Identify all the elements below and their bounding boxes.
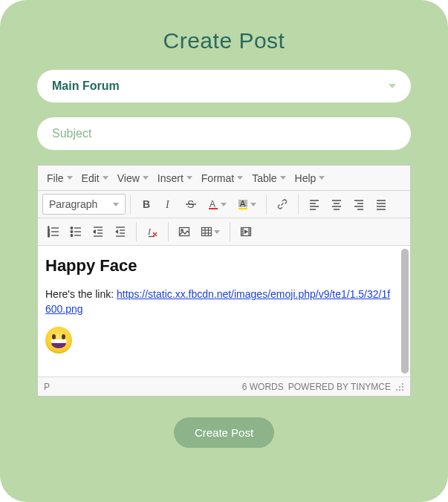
svg-marker-68: [245, 230, 248, 233]
menu-table-label: Table: [252, 172, 276, 184]
svg-point-53: [181, 229, 183, 231]
clear-formatting-button[interactable]: I: [141, 221, 163, 242]
page-title: Create Post: [37, 28, 411, 53]
editor-toolbar-row-2: 123 I: [38, 218, 410, 246]
svg-text:I: I: [165, 199, 170, 210]
menu-insert[interactable]: Insert: [153, 169, 197, 187]
editor-content[interactable]: Happy Face Here's the link: https://stat…: [38, 246, 400, 376]
block-format-value: Paragraph: [49, 198, 97, 210]
body-heading: Happy Face: [45, 256, 392, 276]
svg-text:A: A: [210, 199, 215, 209]
menu-view-label: View: [117, 172, 140, 184]
svg-point-74: [402, 389, 403, 391]
strikethrough-button[interactable]: S: [180, 194, 202, 215]
bold-button[interactable]: B: [135, 194, 158, 215]
chevron-down-icon: [237, 176, 243, 180]
create-post-card: Create Post Main Forum File Edit View In…: [0, 0, 448, 502]
svg-point-73: [399, 389, 400, 391]
forum-select[interactable]: Main Forum: [37, 70, 411, 102]
editor-menubar: File Edit View Insert Format Table Help: [38, 166, 410, 191]
align-center-button[interactable]: [325, 194, 348, 215]
toolbar-separator: [298, 195, 299, 214]
menu-help-label: Help: [295, 172, 316, 184]
toolbar-separator: [136, 222, 137, 241]
align-justify-button[interactable]: [370, 194, 392, 215]
svg-point-31: [71, 227, 73, 229]
unordered-list-button[interactable]: [65, 221, 87, 242]
body-emoji-line: [45, 327, 392, 358]
svg-point-32: [71, 231, 73, 233]
resize-handle-icon[interactable]: [395, 382, 404, 391]
toolbar-separator: [230, 222, 230, 241]
media-button[interactable]: [235, 221, 257, 242]
svg-text:I: I: [147, 226, 152, 237]
create-post-button[interactable]: Create Post: [174, 417, 274, 448]
indent-button[interactable]: [109, 221, 132, 242]
editor-statusbar: P 6 WORDS POWERED BY TINYMCE: [38, 376, 410, 396]
toolbar-separator: [168, 222, 169, 241]
chevron-down-icon: [319, 176, 325, 180]
svg-marker-47: [115, 229, 118, 234]
chevron-down-icon: [186, 176, 192, 180]
menu-file[interactable]: File: [42, 169, 77, 187]
block-format-select[interactable]: Paragraph: [42, 194, 126, 215]
svg-point-33: [71, 235, 73, 237]
menu-format[interactable]: Format: [197, 169, 247, 187]
rich-text-editor: File Edit View Insert Format Table Help …: [37, 165, 411, 397]
link-button[interactable]: [271, 194, 293, 215]
chevron-down-icon: [250, 203, 256, 206]
status-powered-by: POWERED BY TINYMCE: [288, 382, 391, 392]
chevron-down-icon: [143, 176, 149, 180]
chevron-down-icon: [389, 84, 396, 88]
svg-rect-8: [238, 208, 247, 209]
chevron-down-icon: [214, 230, 220, 234]
chevron-down-icon: [113, 203, 119, 206]
toolbar-separator: [266, 195, 267, 214]
submit-row: Create Post: [37, 417, 411, 448]
menu-help[interactable]: Help: [290, 169, 330, 187]
svg-rect-5: [209, 208, 218, 209]
svg-text:3: 3: [48, 233, 50, 238]
status-word-count: 6 WORDS: [242, 382, 284, 392]
ordered-list-button[interactable]: 123: [42, 221, 65, 242]
svg-text:A: A: [240, 199, 246, 208]
outdent-button[interactable]: [87, 221, 109, 242]
svg-point-72: [396, 389, 397, 391]
grinning-face-icon: [45, 327, 72, 353]
chevron-down-icon: [221, 203, 227, 206]
menu-format-label: Format: [201, 172, 234, 184]
subject-input[interactable]: [52, 127, 396, 140]
menu-insert-label: Insert: [158, 172, 184, 184]
italic-button[interactable]: I: [158, 194, 180, 215]
chevron-down-icon: [280, 176, 286, 180]
align-left-button[interactable]: [303, 194, 325, 215]
align-right-button[interactable]: [348, 194, 370, 215]
body-intro-text: Here's the link:: [45, 288, 117, 300]
chevron-down-icon: [67, 176, 73, 180]
menu-edit[interactable]: Edit: [77, 169, 113, 187]
subject-field-wrap: [37, 117, 411, 150]
svg-rect-54: [202, 228, 212, 236]
background-color-button[interactable]: A: [232, 194, 262, 215]
image-button[interactable]: [173, 221, 195, 242]
text-color-button[interactable]: A: [202, 194, 232, 215]
table-button[interactable]: [195, 221, 225, 242]
svg-text:B: B: [143, 198, 150, 210]
body-paragraph: Here's the link: https://static.xx.fbcdn…: [45, 287, 392, 316]
menu-file-label: File: [47, 172, 64, 184]
toolbar-separator: [130, 195, 131, 214]
svg-point-71: [402, 386, 403, 388]
svg-marker-42: [93, 229, 96, 234]
svg-point-70: [399, 386, 400, 388]
scrollbar[interactable]: [401, 249, 409, 374]
scrollbar-thumb[interactable]: [401, 249, 409, 374]
svg-point-69: [402, 383, 403, 385]
editor-content-area[interactable]: Happy Face Here's the link: https://stat…: [38, 246, 410, 376]
editor-toolbar-row-1: Paragraph B I S A A: [38, 191, 410, 218]
chevron-down-icon: [103, 176, 108, 180]
forum-select-value: Main Forum: [52, 79, 389, 93]
menu-table[interactable]: Table: [247, 169, 290, 187]
status-path[interactable]: P: [44, 382, 50, 392]
menu-edit-label: Edit: [82, 172, 100, 184]
menu-view[interactable]: View: [113, 169, 153, 187]
